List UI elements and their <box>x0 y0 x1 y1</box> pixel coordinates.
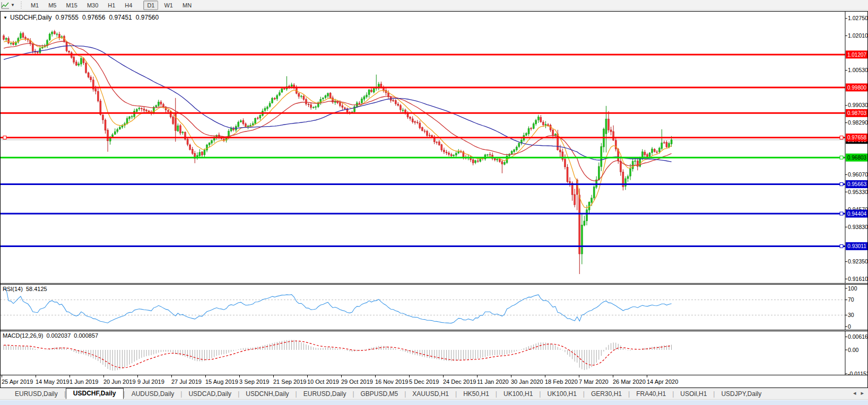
hline-0.93011[interactable] <box>1 244 845 248</box>
toolbar-grip[interactable] <box>20 2 23 9</box>
ohlc-open: 0.97555 <box>56 14 79 21</box>
macd-signal-line <box>4 341 672 368</box>
time-tick <box>103 375 104 377</box>
svg-text:1.01207: 1.01207 <box>847 52 867 58</box>
candles <box>3 30 673 274</box>
time-label: 26 Mar 2020 <box>613 378 646 385</box>
time-tick <box>205 375 206 377</box>
hline-0.97658[interactable] <box>1 136 845 139</box>
time-label: 14 Apr 2020 <box>647 378 678 385</box>
hline-badge-0.98703: 0.98703 <box>846 109 867 117</box>
timeframe-button-M15[interactable]: M15 <box>62 1 81 10</box>
timeframe-button-D1[interactable]: D1 <box>143 1 158 10</box>
tab-audusd-daily[interactable]: AUDUSD,Daily <box>125 389 181 399</box>
time-tick <box>409 375 410 377</box>
tab-usdjpy-daily[interactable]: USDJPY,Daily <box>715 389 768 399</box>
time-axis[interactable]: 25 Apr 201914 May 20191 Jun 201920 Jun 2… <box>1 375 867 388</box>
timeframe-button-W1[interactable]: W1 <box>160 1 177 10</box>
rsi-panel[interactable]: 10070300 <box>1 283 867 330</box>
rsi-tick: 100 <box>848 285 857 292</box>
time-tick <box>70 375 70 377</box>
symbol-name: USDCHF,Daily <box>10 14 52 21</box>
time-label: 7 Mar 2020 <box>579 378 609 385</box>
tab-usdcad-daily[interactable]: USDCAD,Daily <box>182 389 238 399</box>
tab-uk100-h1[interactable]: UK100,H1 <box>541 389 583 399</box>
rsi-line <box>4 289 672 323</box>
svg-text:0.93011: 0.93011 <box>847 243 866 249</box>
hline-handle[interactable] <box>840 244 843 248</box>
tab-uk100-h1[interactable]: UK100,H1 <box>497 389 539 399</box>
time-label: 14 May 2019 <box>36 378 70 385</box>
time-label: 11 Jan 2020 <box>477 378 509 385</box>
tab-scroll-right-icon[interactable]: ▸ <box>861 390 864 396</box>
hline-0.95663[interactable] <box>1 182 845 186</box>
tab-eurusd-daily[interactable]: EURUSD,Daily <box>297 389 353 399</box>
tab-xauusd-h1[interactable]: XAUUSD,H1 <box>406 389 455 399</box>
time-label: 1 Jun 2019 <box>70 378 98 385</box>
tab-gbpusd-m5[interactable]: GBPUSD,M5 <box>354 389 405 399</box>
time-tick <box>647 375 647 377</box>
ohlc-high: 0.97656 <box>82 14 105 21</box>
price-tick: 0.91610 <box>848 276 867 282</box>
time-label: 21 Sep 2019 <box>273 378 306 385</box>
macd-signal-value: 0.000857 <box>74 332 98 339</box>
tab-scroll-nav: ◂ ▸ <box>850 390 864 397</box>
rsi-tick: 0 <box>848 323 851 330</box>
hline-badge-0.94404: 0.94404 <box>846 209 867 217</box>
hline-handle[interactable] <box>840 136 843 139</box>
timeframe-button-MN[interactable]: MN <box>179 1 195 10</box>
price-tick: 0.92350 <box>848 258 867 265</box>
time-tick <box>36 375 36 377</box>
hline-badge-0.97658: 0.97658 <box>846 134 867 142</box>
time-tick <box>511 375 511 377</box>
chart-type-caret-icon[interactable]: ▼ <box>11 3 15 7</box>
price-tick: 0.96070 <box>848 171 867 178</box>
rsi-name: RSI(14) <box>3 286 23 292</box>
macd-tick: 0.00 <box>848 347 859 353</box>
hline-badge-0.95663: 0.95663 <box>846 180 867 188</box>
hline-handle[interactable] <box>840 182 843 186</box>
time-tick <box>477 375 478 377</box>
chart-cursor-icon[interactable] <box>1 2 10 9</box>
ma-fast-orange[interactable] <box>4 38 672 208</box>
main-price-chart[interactable]: 1.027501.020101.005300.990300.982900.960… <box>1 12 867 283</box>
svg-text:0.95663: 0.95663 <box>847 181 867 187</box>
timeframe-button-M5[interactable]: M5 <box>45 1 60 10</box>
tab-usoil-h1[interactable]: USOil,H1 <box>674 389 713 399</box>
timeframe-buttons: M1M5M15M30H1H4D1W1MN <box>26 2 196 8</box>
time-tick <box>307 375 308 377</box>
timeframe-button-M1[interactable]: M1 <box>27 1 42 10</box>
time-tick <box>443 375 444 377</box>
tab-hk50-h1[interactable]: HK50,H1 <box>457 389 496 399</box>
time-label: 10 Oct 2019 <box>307 378 339 385</box>
tab-usdchf-daily[interactable]: USDCHF,Daily <box>66 388 124 399</box>
ma-mid-red[interactable] <box>4 41 672 181</box>
timeframe-button-H1[interactable]: H1 <box>104 1 119 10</box>
hline-0.96803[interactable] <box>1 156 845 159</box>
time-label: 5 Dec 2019 <box>409 378 439 385</box>
tab-eurusd-daily[interactable]: EURUSD,Daily <box>8 389 64 399</box>
time-label: 3 Sep 2019 <box>239 378 269 385</box>
hline-handle[interactable] <box>840 212 843 215</box>
ohlc-low: 0.97451 <box>109 14 132 21</box>
tab-fra40-h1[interactable]: FRA40,H1 <box>630 389 672 399</box>
svg-text:0.98703: 0.98703 <box>847 110 867 116</box>
ohlc-close: 0.97560 <box>136 14 159 21</box>
timeframe-button-H4[interactable]: H4 <box>121 1 136 10</box>
timeframe-button-M30[interactable]: M30 <box>83 1 102 10</box>
top-toolbar: ▼ M1M5M15M30H1H4D1W1MN <box>0 0 868 11</box>
title-caret-icon[interactable]: ▼ <box>3 15 7 20</box>
price-tick: 1.02750 <box>848 15 867 21</box>
tab-usdcnh-daily[interactable]: USDCNH,Daily <box>239 389 295 399</box>
hline-0.94404[interactable] <box>1 212 845 215</box>
hline-handle[interactable] <box>3 136 6 139</box>
macd-tick: 0.006167 <box>848 333 867 340</box>
tab-ger30-h1[interactable]: GER30,H1 <box>585 389 628 399</box>
macd-histogram <box>4 340 672 371</box>
price-tick: 1.02010 <box>848 32 867 39</box>
time-label: 29 Oct 2019 <box>341 378 373 385</box>
hline-handle[interactable] <box>840 156 843 159</box>
tab-scroll-left-icon[interactable]: ◂ <box>853 390 856 396</box>
time-label: 27 Jul 2019 <box>171 378 202 385</box>
macd-panel[interactable]: 0.0061670.00-0.011533 <box>1 330 867 375</box>
